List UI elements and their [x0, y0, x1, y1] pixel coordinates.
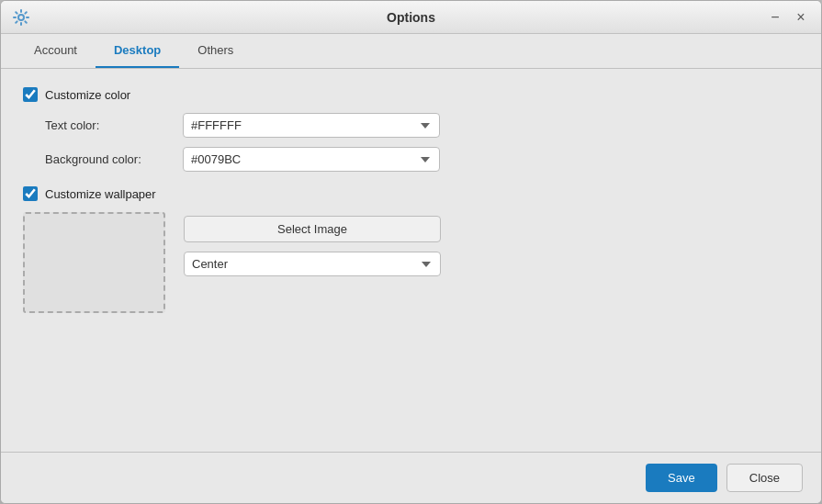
wallpaper-position-select[interactable]: Center Tile Stretch Fit Fill [184, 252, 441, 276]
options-window: Options − × Account Desktop Others Custo… [0, 0, 822, 504]
tab-others[interactable]: Others [179, 34, 252, 68]
footer: Save Close [1, 452, 821, 503]
select-image-button[interactable]: Select Image [184, 216, 441, 242]
background-color-label: Background color: [45, 152, 183, 166]
wallpaper-controls: Select Image Center Tile Stretch Fit Fil… [184, 212, 441, 276]
background-color-row: Background color: #0079BC #FFFFFF [23, 147, 799, 172]
window-controls: − × [766, 8, 810, 27]
content-area: Customize color Text color: #FFFFFF #000… [1, 69, 821, 452]
title-bar: Options − × [1, 1, 821, 34]
svg-point-0 [18, 15, 24, 20]
customize-color-section: Customize color Text color: #FFFFFF #000… [23, 87, 799, 172]
customize-wallpaper-checkbox[interactable] [23, 186, 38, 201]
tab-bar: Account Desktop Others [1, 34, 821, 69]
gear-icon [12, 8, 30, 27]
wallpaper-preview-area: Select Image Center Tile Stretch Fit Fil… [23, 212, 799, 313]
text-color-label: Text color: [45, 118, 183, 132]
customize-wallpaper-label: Customize wallpaper [45, 187, 156, 201]
customize-color-checkbox[interactable] [23, 87, 38, 102]
customize-wallpaper-section: Customize wallpaper Select Image Center … [23, 186, 799, 313]
customize-color-label: Customize color [45, 88, 130, 102]
wallpaper-preview-box [23, 212, 165, 313]
minimize-button[interactable]: − [766, 8, 784, 27]
text-color-row: Text color: #FFFFFF #000000 [23, 113, 799, 138]
window-title: Options [387, 10, 435, 25]
background-color-select[interactable]: #0079BC #FFFFFF [183, 147, 440, 172]
customize-color-row: Customize color [23, 87, 799, 102]
close-button[interactable]: × [792, 8, 810, 27]
text-color-select[interactable]: #FFFFFF #000000 [183, 113, 440, 138]
tab-account[interactable]: Account [16, 34, 96, 68]
save-button[interactable]: Save [646, 464, 717, 492]
tab-desktop[interactable]: Desktop [96, 34, 179, 68]
customize-wallpaper-row: Customize wallpaper [23, 186, 799, 201]
close-dialog-button[interactable]: Close [726, 464, 803, 492]
